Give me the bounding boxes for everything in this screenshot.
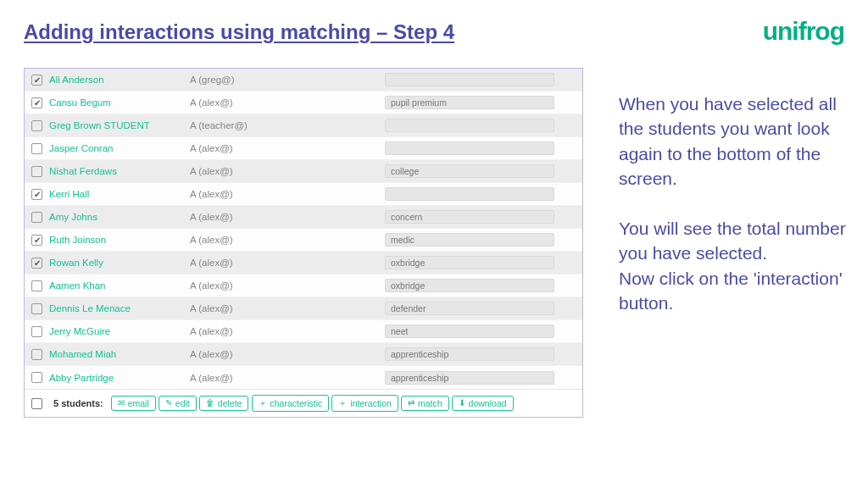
- row-checkbox[interactable]: [31, 326, 42, 337]
- characteristic-button[interactable]: ＋characteristic: [252, 395, 330, 412]
- row-checkbox[interactable]: [31, 372, 42, 383]
- select-all-checkbox[interactable]: [31, 398, 42, 409]
- student-tag: .: [385, 187, 554, 201]
- table-row: Abby PartridgeA (alex@)apprenticeship: [25, 366, 582, 389]
- interaction-icon: ＋: [338, 397, 347, 409]
- edit-button[interactable]: ✎edit: [159, 396, 197, 411]
- student-tag: .: [385, 73, 554, 86]
- student-name[interactable]: Nishat Ferdaws: [49, 166, 190, 176]
- student-name[interactable]: Mohamed Miah: [49, 349, 190, 359]
- row-checkbox[interactable]: [31, 303, 42, 314]
- table-row: Rowan KellyA (alex@)oxbridge: [25, 252, 582, 274]
- button-label: download: [469, 398, 507, 408]
- unifrog-logo: unifrog: [763, 17, 844, 46]
- student-group: A (alex@): [190, 326, 385, 336]
- table-row: Kerri HallA (alex@).: [25, 183, 582, 206]
- table-row: Nishat FerdawsA (alex@)college: [25, 160, 582, 183]
- student-group: A (alex@): [190, 166, 385, 176]
- student-tag: oxbridge: [385, 279, 554, 292]
- match-icon: ⇄: [408, 398, 415, 408]
- student-group: A (alex@): [190, 235, 385, 245]
- row-checkbox[interactable]: [31, 235, 42, 246]
- student-name[interactable]: Abby Partridge: [49, 373, 190, 383]
- page-title: Adding interactions using matching – Ste…: [24, 20, 844, 44]
- download-button[interactable]: ⬇download: [452, 396, 514, 411]
- student-group: A (alex@): [190, 97, 385, 108]
- row-checkbox[interactable]: [31, 75, 42, 86]
- student-name[interactable]: Amy Johns: [49, 212, 190, 222]
- delete-button[interactable]: 🗑delete: [199, 396, 249, 411]
- student-tag: pupil premium: [385, 96, 554, 109]
- row-checkbox[interactable]: [31, 166, 42, 177]
- row-checkbox[interactable]: [31, 280, 42, 291]
- button-label: email: [128, 398, 149, 408]
- students-panel: Ali AndersonA (greg@).Cansu BegumA (alex…: [24, 68, 583, 418]
- button-label: edit: [175, 398, 190, 408]
- row-checkbox[interactable]: [31, 212, 42, 223]
- table-row: Mohamed MiahA (alex@)apprenticeship: [25, 343, 582, 366]
- table-row: Greg Brown STUDENTA (teacher@).: [25, 114, 582, 137]
- button-label: match: [418, 398, 442, 408]
- student-tag: medic: [385, 233, 554, 247]
- student-group: A (alex@): [190, 280, 385, 291]
- selected-count: 5 students:: [53, 398, 103, 408]
- row-checkbox[interactable]: [31, 349, 42, 360]
- student-name[interactable]: Ali Anderson: [49, 75, 190, 85]
- student-name[interactable]: Greg Brown STUDENT: [49, 120, 190, 130]
- student-tag: concern: [385, 210, 554, 224]
- student-tag: neet: [385, 324, 554, 338]
- table-row: Ali AndersonA (greg@).: [25, 69, 582, 92]
- interaction-button[interactable]: ＋interaction: [331, 395, 398, 412]
- student-name[interactable]: Cansu Begum: [49, 97, 190, 108]
- student-tag: oxbridge: [385, 256, 554, 269]
- student-name[interactable]: Dennis Le Menace: [49, 303, 190, 313]
- student-group: A (alex@): [190, 143, 385, 153]
- student-name[interactable]: Jerry McGuire: [49, 326, 190, 336]
- student-tag: .: [385, 141, 554, 155]
- button-label: delete: [218, 398, 242, 408]
- panel-footer: 5 students: ✉email ✎edit 🗑delete ＋charac…: [25, 389, 582, 417]
- row-checkbox[interactable]: [31, 143, 42, 154]
- button-label: interaction: [350, 398, 391, 408]
- row-checkbox[interactable]: [31, 189, 42, 200]
- characteristic-icon: ＋: [259, 397, 267, 409]
- table-row: Jerry McGuireA (alex@)neet: [25, 320, 582, 343]
- row-checkbox[interactable]: [31, 120, 42, 131]
- table-row: Aamen KhanA (alex@)oxbridge: [25, 274, 582, 297]
- student-tag: apprenticeship: [385, 371, 554, 385]
- student-tag: college: [385, 164, 554, 178]
- student-tag: apprenticeship: [385, 347, 554, 361]
- student-group: A (teacher@): [190, 120, 385, 130]
- table-row: Dennis Le MenaceA (alex@)defender: [25, 297, 582, 320]
- table-row: Cansu BegumA (alex@)pupil premium: [25, 92, 582, 114]
- student-name[interactable]: Rowan Kelly: [49, 258, 190, 268]
- student-group: A (alex@): [190, 189, 385, 199]
- table-row: Amy JohnsA (alex@)concern: [25, 206, 582, 229]
- edit-icon: ✎: [165, 398, 172, 408]
- student-name[interactable]: Aamen Khan: [49, 280, 190, 291]
- student-tag: defender: [385, 302, 554, 315]
- delete-icon: 🗑: [206, 398, 214, 408]
- student-name[interactable]: Kerri Hall: [49, 189, 190, 199]
- student-group: A (alex@): [190, 212, 385, 222]
- student-tag: .: [385, 119, 554, 132]
- student-name[interactable]: Ruth Joinson: [49, 235, 190, 245]
- instruction-text: When you have selected all the students …: [619, 92, 846, 316]
- table-row: Ruth JoinsonA (alex@)medic: [25, 229, 582, 252]
- student-group: A (alex@): [190, 303, 385, 313]
- student-group: A (greg@): [190, 75, 385, 85]
- student-name[interactable]: Jasper Conran: [49, 143, 190, 153]
- row-checkbox[interactable]: [31, 97, 42, 108]
- button-label: characteristic: [270, 398, 323, 408]
- row-checkbox[interactable]: [31, 258, 42, 269]
- match-button[interactable]: ⇄match: [401, 396, 449, 411]
- table-row: Jasper ConranA (alex@).: [25, 137, 582, 160]
- student-group: A (alex@): [190, 349, 385, 359]
- email-icon: ✉: [118, 398, 125, 408]
- download-icon: ⬇: [459, 398, 465, 408]
- email-button[interactable]: ✉email: [111, 396, 156, 411]
- student-group: A (alex@): [190, 373, 385, 383]
- student-group: A (alex@): [190, 258, 385, 268]
